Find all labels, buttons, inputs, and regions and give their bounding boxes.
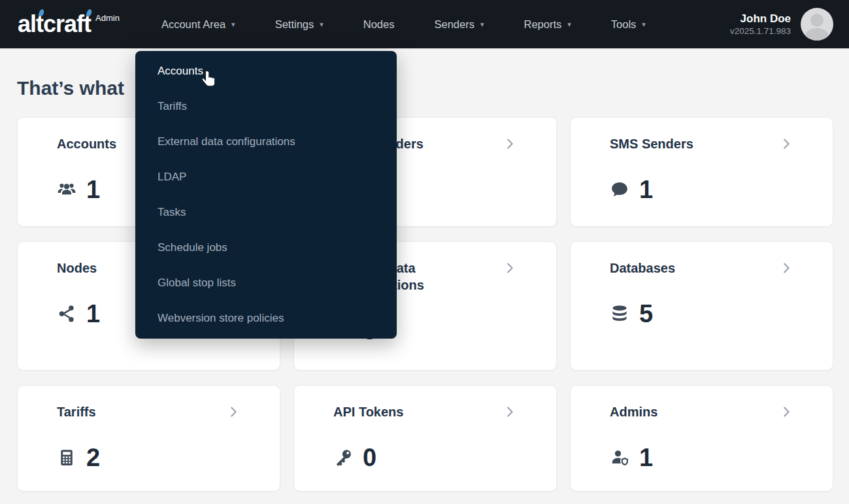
calculator-icon bbox=[57, 448, 76, 467]
card-title: SMS Senders bbox=[610, 135, 779, 152]
card-databases[interactable]: Databases 5 bbox=[570, 241, 833, 371]
app-version: v2025.1.71.983 bbox=[730, 25, 791, 37]
main-menu: Account Area ▾ Settings ▾ Nodes Senders … bbox=[161, 18, 646, 31]
nav-item-tools[interactable]: Tools ▾ bbox=[611, 18, 646, 31]
menu-item-ldap[interactable]: LDAP bbox=[135, 160, 397, 195]
chevron-down-icon: ▾ bbox=[567, 21, 571, 28]
avatar-silhouette bbox=[810, 14, 824, 27]
nav-item-reports[interactable]: Reports ▾ bbox=[524, 18, 571, 31]
card-api-tokens[interactable]: API Tokens 0 bbox=[293, 385, 557, 492]
user-info: John Doe v2025.1.71.983 bbox=[730, 12, 791, 37]
card-count: 5 bbox=[639, 301, 653, 326]
user-name: John Doe bbox=[730, 12, 791, 25]
chevron-right-icon bbox=[226, 405, 241, 419]
nav-item-label: Reports bbox=[524, 18, 561, 31]
admin-badge: Admin bbox=[95, 13, 120, 23]
menu-item-schedule-jobs[interactable]: Schedule jobs bbox=[135, 230, 397, 265]
card-count: 1 bbox=[639, 445, 653, 470]
card-count: 0 bbox=[363, 445, 376, 470]
card-sms-senders[interactable]: SMS Senders 1 bbox=[570, 117, 833, 227]
avatar-silhouette bbox=[805, 28, 829, 41]
avatar[interactable] bbox=[801, 8, 833, 41]
nav-item-label: Tools bbox=[611, 18, 637, 31]
chevron-right-icon bbox=[503, 405, 517, 419]
chevron-down-icon: ▾ bbox=[642, 21, 646, 28]
nav-item-nodes[interactable]: Nodes bbox=[363, 18, 395, 31]
card-admins[interactable]: Admins 1 bbox=[570, 385, 833, 492]
chevron-right-icon bbox=[503, 261, 517, 275]
main-content: That’s what Accounts 1 bbox=[0, 77, 849, 492]
nav-item-senders[interactable]: Senders ▾ bbox=[434, 18, 484, 31]
logo-wordmark: altcraft bbox=[18, 11, 91, 37]
database-icon bbox=[610, 304, 629, 324]
user-area: John Doe v2025.1.71.983 bbox=[730, 8, 833, 41]
comment-icon bbox=[610, 180, 629, 199]
nav-item-label: Nodes bbox=[363, 18, 395, 31]
chevron-right-icon bbox=[779, 137, 793, 151]
menu-item-tasks[interactable]: Tasks bbox=[135, 195, 397, 230]
chevron-right-icon bbox=[779, 405, 793, 419]
users-icon bbox=[57, 180, 76, 199]
nav-item-label: Settings bbox=[275, 18, 314, 31]
account-area-dropdown: Accounts Tariffs External data configura… bbox=[135, 51, 397, 339]
chevron-down-icon: ▾ bbox=[320, 21, 324, 28]
nav-item-label: Account Area bbox=[161, 18, 225, 31]
share-icon bbox=[57, 304, 76, 324]
chevron-right-icon bbox=[779, 261, 793, 275]
chevron-down-icon: ▾ bbox=[480, 21, 484, 28]
chevron-down-icon: ▾ bbox=[231, 21, 235, 28]
nav-item-account-area[interactable]: Account Area ▾ bbox=[161, 18, 235, 31]
card-count: 1 bbox=[639, 177, 653, 202]
menu-item-webversion-store-policies[interactable]: Webversion store policies bbox=[135, 301, 397, 336]
card-tariffs[interactable]: Tariffs 2 bbox=[17, 385, 280, 492]
card-count: 2 bbox=[86, 445, 100, 470]
top-nav-bar: altcraft Admin Account Area ▾ Settings ▾… bbox=[0, 0, 849, 48]
menu-item-accounts[interactable]: Accounts bbox=[135, 54, 397, 89]
card-count: 1 bbox=[86, 177, 100, 202]
altcraft-logo[interactable]: altcraft Admin bbox=[18, 11, 120, 37]
nav-item-label: Senders bbox=[434, 18, 474, 31]
card-title: Databases bbox=[610, 260, 779, 277]
menu-item-global-stop-lists[interactable]: Global stop lists bbox=[135, 265, 397, 301]
nav-item-settings[interactable]: Settings ▾ bbox=[275, 18, 324, 31]
key-icon bbox=[333, 448, 353, 467]
menu-item-tariffs[interactable]: Tariffs bbox=[135, 89, 397, 124]
logo-blue-accent: t bbox=[36, 10, 43, 37]
menu-item-external-data-configurations[interactable]: External data configurations bbox=[135, 124, 397, 160]
chevron-right-icon bbox=[503, 137, 517, 151]
card-title: Admins bbox=[610, 403, 779, 420]
card-count: 1 bbox=[86, 301, 100, 326]
logo-blue-accent: t bbox=[84, 10, 91, 37]
card-title: API Tokens bbox=[333, 403, 503, 420]
card-title: Tariffs bbox=[57, 403, 226, 420]
admin-shield-icon bbox=[610, 448, 629, 467]
